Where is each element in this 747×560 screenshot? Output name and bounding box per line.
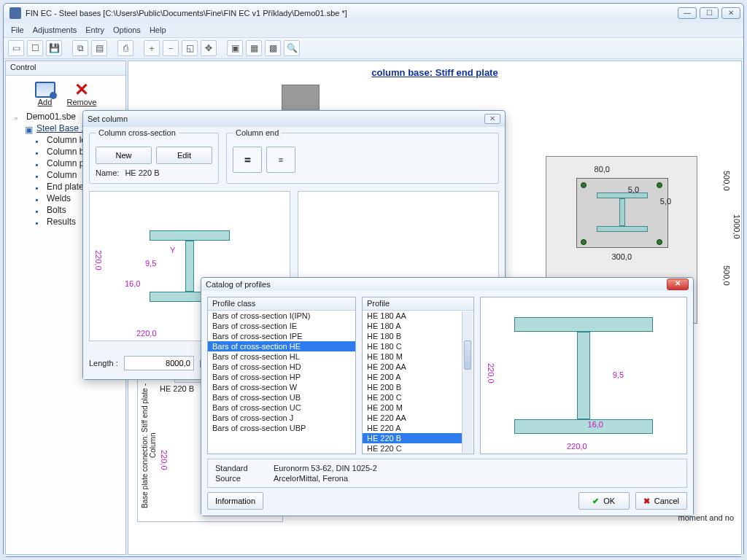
add-icon	[35, 82, 55, 98]
profile-item[interactable]: HE 200 M	[363, 402, 462, 413]
profile-item[interactable]: HE 180 B	[363, 331, 462, 341]
toolbar-copy-icon[interactable]: ⧉	[72, 40, 88, 56]
group-column-end: Column end 〓 ≡	[226, 133, 499, 184]
toolbar-select2-icon[interactable]: ▦	[246, 40, 262, 56]
profile-class-item[interactable]: Bars of cross-section HD	[208, 362, 355, 372]
profile-class-item[interactable]: Bars of cross-section UB	[208, 392, 355, 402]
toolbar-zoomfit-icon[interactable]: ◱	[182, 40, 198, 56]
y-axis-label: Y	[170, 246, 175, 254]
node-icon	[25, 124, 34, 133]
catalog-close-button[interactable]: ✕	[667, 279, 689, 290]
profile-item[interactable]: HE 180 A	[363, 321, 462, 331]
profile-item[interactable]: HE 180 AA	[363, 311, 462, 321]
scrollbar-thumb[interactable]	[464, 341, 471, 370]
toolbar-new-icon[interactable]: ▭	[8, 40, 24, 56]
profile-class-item[interactable]: Bars of cross-section J	[208, 413, 355, 423]
titlebar: FIN EC - Steel bases [C:\Users\Public\Do…	[4, 4, 743, 23]
menu-file[interactable]: File	[11, 26, 24, 34]
source-label: Source	[215, 474, 274, 483]
group-column-cross-section: Column cross-section New Edit Name: HE 2…	[89, 133, 219, 184]
remove-action[interactable]: ✕ Remove	[67, 82, 97, 106]
menu-help[interactable]: Help	[150, 26, 166, 34]
legend-cross-section: Column cross-section	[96, 128, 179, 137]
information-button[interactable]: Information	[207, 492, 263, 510]
window-title: FIN EC - Steel bases [C:\Users\Public\Do…	[26, 9, 678, 18]
toolbar-zoomout-icon[interactable]: －	[163, 40, 179, 56]
toolbar-search-icon[interactable]: 🔍	[284, 40, 300, 56]
toolbar-select1-icon[interactable]: ▣	[227, 40, 243, 56]
profile-class-item[interactable]: Bars of cross-section HP	[208, 372, 355, 382]
menu-options[interactable]: Options	[113, 26, 141, 34]
end-type-b-button[interactable]: ≡	[266, 147, 295, 173]
profile-item[interactable]: HE 220 B	[363, 433, 462, 443]
length-label: Length :	[89, 359, 118, 368]
profile-item[interactable]: HE 200 B	[363, 382, 462, 392]
dim-tw: 9,5	[145, 259, 156, 268]
add-label: Add	[38, 98, 53, 106]
maximize-button[interactable]: ☐	[700, 7, 719, 19]
profile-class-item[interactable]: Bars of cross-section W	[208, 382, 355, 392]
profile-item[interactable]: HE 180 C	[363, 341, 462, 351]
profile-class-item[interactable]: Bars of cross-section IPE	[208, 331, 355, 341]
dim-h: 220,0	[94, 250, 103, 271]
leaf-icon	[35, 171, 44, 179]
close-button[interactable]: ✕	[721, 7, 740, 19]
add-action[interactable]: Add	[35, 82, 55, 106]
set-column-close-button[interactable]: ✕	[484, 114, 500, 124]
catalog-button-row: Information ✔OK ✖Cancel	[207, 492, 687, 510]
toolbar-pan-icon[interactable]: ✥	[201, 40, 217, 56]
profile-class-item[interactable]: Bars of cross-section I(IPN)	[208, 311, 355, 321]
leaf-icon	[35, 206, 44, 214]
set-column-title: Set column	[88, 114, 484, 123]
toolbar-paste-icon[interactable]: ▤	[91, 40, 107, 56]
edit-button[interactable]: Edit	[156, 147, 212, 164]
dim-tf: 16,0	[125, 279, 140, 288]
control-header: Control	[6, 61, 125, 76]
toolbar-zoomin-icon[interactable]: ＋	[144, 40, 160, 56]
profile-class-item[interactable]: Bars of cross-section UC	[208, 402, 355, 413]
bolt-icon	[581, 239, 587, 245]
profile-item[interactable]: HE 200 A	[363, 372, 462, 382]
profile-class-item[interactable]: Bars of cross-section HE	[208, 341, 355, 351]
toolbar-save-icon[interactable]: 💾	[46, 40, 62, 56]
length-input[interactable]	[124, 356, 194, 370]
ok-button[interactable]: ✔OK	[578, 492, 630, 510]
remove-icon: ✕	[71, 82, 92, 98]
profile-scrollbar[interactable]	[462, 311, 473, 453]
preview-dim-w: 220,0	[567, 442, 587, 451]
profile-class-item[interactable]: Bars of cross-section IE	[208, 321, 355, 331]
catalog-info-box: Standard Euronorm 53-62, DIN 1025-2 Sour…	[207, 459, 687, 488]
leaf-icon	[35, 194, 44, 203]
profile-item[interactable]: HE 180 M	[363, 351, 462, 362]
behind-profile: HE 220 B	[160, 384, 194, 393]
leaf-icon	[35, 147, 44, 156]
profile-item[interactable]: HE 200 C	[363, 392, 462, 402]
catalog-titlebar[interactable]: Catalog of profiles ✕	[201, 278, 693, 291]
name-value: HE 220 B	[125, 168, 159, 177]
profile-item[interactable]: HE 200 AA	[363, 362, 462, 372]
cancel-button[interactable]: ✖Cancel	[635, 492, 687, 510]
profile-class-item[interactable]: Bars of cross-section UBP	[208, 423, 355, 433]
profile-icon: 〓	[244, 155, 252, 166]
menu-entry[interactable]: Entry	[85, 26, 104, 34]
dim-plate-off: 80,0	[595, 165, 610, 174]
dim-fnd-h2: 500,0	[722, 265, 731, 286]
toolbar-select3-icon[interactable]: ▩	[265, 40, 281, 56]
set-column-titlebar[interactable]: Set column ✕	[83, 111, 505, 127]
profile-class-list[interactable]: Profile class Bars of cross-section I(IP…	[207, 297, 356, 454]
new-button[interactable]: New	[96, 147, 152, 164]
ibeam-plan	[597, 192, 648, 232]
profile-item[interactable]: HE 220 C	[363, 443, 462, 454]
profile-class-item[interactable]: Bars of cross-section HL	[208, 351, 355, 362]
bolt-icon	[657, 182, 662, 188]
toolbar-print-icon[interactable]: ⎙	[117, 40, 133, 56]
preview-dim-h: 220,0	[487, 363, 495, 384]
end-type-a-button[interactable]: 〓	[233, 147, 262, 173]
dim-w: 220,0	[136, 329, 157, 338]
menu-adjustments[interactable]: Adjustments	[33, 26, 77, 34]
toolbar-open-icon[interactable]: ☐	[27, 40, 43, 56]
minimize-button[interactable]: —	[678, 7, 697, 19]
profile-list[interactable]: Profile HE 180 AAHE 180 AHE 180 BHE 180 …	[362, 297, 474, 454]
profile-item[interactable]: HE 220 AA	[363, 413, 462, 423]
profile-item[interactable]: HE 220 A	[363, 423, 462, 433]
